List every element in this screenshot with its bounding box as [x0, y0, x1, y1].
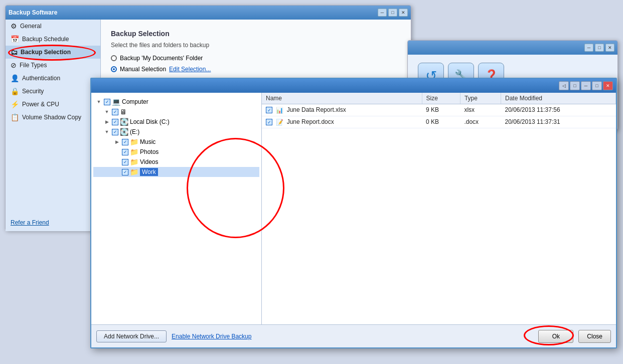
w2-close-btn[interactable]: ✕	[605, 44, 614, 52]
dialog-back-btn[interactable]: ◁	[559, 81, 569, 90]
diskc-icon: 💽	[120, 118, 128, 126]
close-btn[interactable]: ✕	[399, 9, 408, 17]
edit-selection-link[interactable]: Edit Selection...	[169, 66, 211, 73]
checkbox-music[interactable]: ✓	[122, 139, 128, 145]
photos-label: Photos	[140, 148, 159, 155]
file-icon-docx: 📝	[276, 119, 283, 126]
bg-window-titlebar: Backup Software ─ □ ✕	[6, 6, 411, 20]
file-name-2: ✓ 📝 June Report.docx	[262, 116, 422, 128]
file-browser-dialog: ◁ □ ─ □ ✕ ▼ ✓ 💻 Computer ▼ ✓ 🖥	[90, 78, 617, 348]
checkbox-computer[interactable]: ✓	[104, 99, 110, 105]
tree-item-music[interactable]: ▶ ✓ 📁 Music	[93, 137, 259, 147]
radio-documents-label: Backup 'My Documents' Folder	[120, 55, 203, 62]
general-icon: ⚙	[11, 22, 17, 30]
work-folder-icon: 📁	[130, 168, 138, 176]
minimize-btn[interactable]: ─	[378, 9, 387, 17]
file-type-2: .docx	[460, 116, 501, 128]
close-footer-button[interactable]: Close	[578, 330, 611, 343]
dialog-close-btn[interactable]: ✕	[603, 81, 613, 90]
sidebar-item-general[interactable]: ⚙ General	[6, 20, 100, 33]
radio-manual[interactable]	[111, 66, 117, 72]
tree-item-computer[interactable]: ▼ ✓ 💻 Computer	[93, 97, 259, 107]
sidebar-item-volume-shadow[interactable]: 📋 Volume Shadow Copy	[6, 111, 100, 124]
col-name[interactable]: Name	[262, 93, 422, 104]
sidebar: ⚙ General 📅 Backup Schedule 🗂 Backup Sel…	[6, 20, 101, 231]
diske-icon: 💽	[120, 128, 128, 136]
expand-e[interactable]: ▼	[103, 128, 110, 135]
add-network-drive-btn[interactable]: Add Network Drive...	[96, 330, 167, 342]
diskc-label: Local Disk (C:)	[130, 118, 170, 125]
tree-item-videos[interactable]: ✓ 📁 Videos	[93, 157, 259, 167]
sidebar-item-power-cpu[interactable]: ⚡ Power & CPU	[6, 98, 100, 111]
col-size[interactable]: Size	[422, 93, 460, 104]
computer-label: Computer	[122, 98, 148, 105]
schedule-icon: 📅	[11, 35, 19, 43]
expand-music[interactable]: ▶	[113, 138, 120, 145]
tree-panel: ▼ ✓ 💻 Computer ▼ ✓ 🖥 ▶ ✓ 💽 Local Disk (C…	[91, 93, 262, 324]
bg-window2-controls: ─ □ ✕	[584, 44, 614, 52]
sidebar-item-file-types[interactable]: ⊘ File Types	[6, 59, 100, 72]
checkbox-c[interactable]: ✓	[112, 119, 118, 125]
sidebar-item-backup-selection[interactable]: 🗂 Backup Selection	[6, 46, 100, 59]
table-row[interactable]: ✓ 📝 June Report.docx 0 KB .docx 20/06/20…	[262, 116, 616, 128]
photos-folder-icon: 📁	[130, 148, 138, 156]
tree-item-photos[interactable]: ✓ 📁 Photos	[93, 147, 259, 157]
checkbox-photos[interactable]: ✓	[122, 149, 128, 155]
radio-option-documents[interactable]: Backup 'My Documents' Folder	[111, 55, 401, 62]
expand-photos[interactable]	[113, 148, 120, 155]
dialog-maximize-btn[interactable]: □	[592, 81, 602, 90]
file-size-1: 9 KB	[422, 104, 460, 116]
w2-minimize-btn[interactable]: ─	[584, 44, 593, 52]
power-icon: ⚡	[11, 100, 19, 108]
expand-unknown[interactable]: ▼	[103, 108, 110, 115]
sidebar-item-security[interactable]: 🔒 Security	[6, 85, 100, 98]
ok-button[interactable]: Ok	[538, 330, 573, 343]
sidebar-item-backup-schedule[interactable]: 📅 Backup Schedule	[6, 33, 100, 46]
tree-item-work[interactable]: ✓ 📁 Work	[93, 167, 259, 177]
radio-documents[interactable]	[111, 55, 117, 61]
tree-item-unknown[interactable]: ▼ ✓ 🖥	[93, 107, 259, 117]
checkbox-e[interactable]: ✓	[112, 129, 118, 135]
main-subtitle: Select the files and folders to backup	[111, 42, 401, 49]
file-check-1[interactable]: ✓	[266, 107, 272, 113]
bg-window-controls: ─ □ ✕	[378, 9, 408, 17]
file-size-2: 0 KB	[422, 116, 460, 128]
tree-item-e-drive[interactable]: ▼ ✓ 💽 (E:)	[93, 127, 259, 137]
bg-window2-titlebar: ─ □ ✕	[408, 41, 617, 55]
checkbox-unknown[interactable]: ✓	[112, 109, 118, 115]
security-icon: 🔒	[11, 87, 19, 95]
col-type[interactable]: Type	[460, 93, 501, 104]
radio-option-manual[interactable]: Manual Selection Edit Selection...	[111, 66, 401, 73]
bg-window-title: Backup Software	[9, 9, 57, 16]
filetypes-icon: ⊘	[11, 61, 17, 69]
table-row[interactable]: ✓ 📊 June Data Report.xlsx 9 KB xlsx 20/0…	[262, 104, 616, 116]
checkbox-work[interactable]: ✓	[122, 169, 128, 175]
file-modified-2: 20/06/2013 11:37:31	[501, 116, 616, 128]
dialog-view-btn[interactable]: □	[570, 81, 580, 90]
file-icon-xlsx: 📊	[276, 107, 283, 114]
sidebar-item-authentication[interactable]: 👤 Authentication	[6, 72, 100, 85]
videos-label: Videos	[140, 158, 158, 165]
file-name-1: ✓ 📊 June Data Report.xlsx	[262, 104, 422, 116]
tree-item-local-disk-c[interactable]: ▶ ✓ 💽 Local Disk (C:)	[93, 117, 259, 127]
expand-c[interactable]: ▶	[103, 118, 110, 125]
w2-maximize-btn[interactable]: □	[595, 44, 604, 52]
file-check-2[interactable]: ✓	[266, 119, 272, 125]
file-panel: Name Size Type Date Modified ✓ 📊 June Da…	[262, 93, 616, 324]
file-type-1: xlsx	[460, 104, 501, 116]
dialog-footer: Add Network Drive... Enable Network Driv…	[91, 324, 616, 347]
checkbox-videos[interactable]: ✓	[122, 159, 128, 165]
auth-icon: 👤	[11, 74, 19, 82]
expand-computer[interactable]: ▼	[95, 98, 102, 105]
dialog-minimize-btn[interactable]: ─	[581, 81, 591, 90]
maximize-btn[interactable]: □	[388, 9, 397, 17]
volume-icon: 📋	[11, 113, 19, 121]
refer-friend-link[interactable]: Refer a Friend	[11, 219, 49, 226]
expand-work[interactable]	[113, 168, 120, 175]
expand-videos[interactable]	[113, 158, 120, 165]
col-date-modified[interactable]: Date Modified	[501, 93, 616, 104]
dialog-controls: ◁ □ ─ □ ✕	[559, 81, 613, 90]
radio-manual-label: Manual Selection	[120, 66, 166, 73]
enable-network-drive-link[interactable]: Enable Network Drive Backup	[172, 333, 251, 340]
file-modified-1: 20/06/2013 11:37:56	[501, 104, 616, 116]
